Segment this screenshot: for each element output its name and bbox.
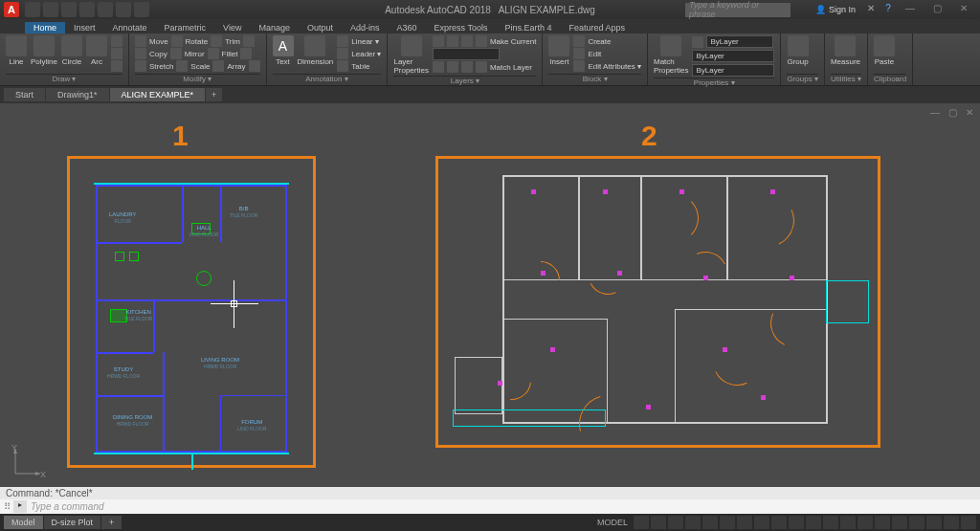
status-quickprops-icon[interactable]: [875, 516, 890, 529]
panel-label-layers[interactable]: Layers ▾: [393, 76, 536, 85]
tab-view[interactable]: View: [214, 22, 250, 33]
match-layer-button[interactable]: [476, 61, 487, 73]
group-button[interactable]: Group: [787, 35, 808, 66]
qat-new-icon[interactable]: [25, 2, 40, 17]
stretch-icon[interactable]: [135, 60, 146, 72]
panel-label-draw[interactable]: Draw ▾: [6, 74, 122, 85]
draw-misc1-icon[interactable]: [111, 35, 122, 47]
panel-label-clipboard[interactable]: Clipboard: [874, 74, 906, 85]
edit-attributes-button[interactable]: Edit Attributes ▾: [573, 60, 641, 72]
tab-output[interactable]: Output: [299, 22, 342, 33]
close-button[interactable]: ✕: [951, 3, 976, 16]
lineweight-combo[interactable]: ByLayer: [692, 50, 774, 62]
status-lwt-icon[interactable]: [754, 516, 769, 529]
layout-tab-new[interactable]: +: [101, 516, 122, 529]
linetype-combo[interactable]: ByLayer: [692, 64, 774, 77]
tab-home[interactable]: Home: [25, 22, 65, 33]
qat-undo-icon[interactable]: [116, 2, 131, 17]
table-button[interactable]: Table: [337, 60, 381, 72]
match-properties-button[interactable]: Match Properties: [654, 35, 688, 75]
app-logo[interactable]: A: [4, 2, 19, 17]
status-snap-icon[interactable]: [651, 516, 666, 529]
panel-label-groups[interactable]: Groups ▾: [787, 74, 817, 85]
fillet-icon[interactable]: [208, 48, 219, 59]
layout-tab-model[interactable]: Model: [4, 516, 43, 529]
doc-tab-drawing1[interactable]: Drawing1*: [46, 88, 109, 101]
status-cycling-icon[interactable]: [789, 516, 804, 529]
move-icon[interactable]: [135, 35, 146, 47]
make-current-button[interactable]: [476, 35, 487, 47]
view-maximize-icon[interactable]: ▢: [946, 107, 959, 121]
panel-label-modify[interactable]: Modify ▾: [135, 74, 259, 85]
arc-button[interactable]: Arc: [86, 35, 107, 66]
circle-button[interactable]: Circle: [61, 35, 82, 66]
tab-pinsearth[interactable]: Pins.Earth 4: [496, 22, 560, 33]
mirror-icon[interactable]: [170, 48, 182, 59]
panel-label-annotation[interactable]: Annotation ▾: [273, 74, 382, 85]
tab-manage[interactable]: Manage: [250, 22, 299, 33]
copy-icon[interactable]: [135, 48, 146, 59]
tab-insert[interactable]: Insert: [65, 22, 104, 33]
trim-icon[interactable]: [211, 35, 222, 47]
layer-properties-button[interactable]: Layer Properties: [393, 35, 428, 75]
status-isolate-icon[interactable]: [909, 516, 924, 529]
paste-button[interactable]: Paste: [874, 35, 895, 66]
status-lock-icon[interactable]: [892, 516, 907, 529]
command-recent-icon[interactable]: ▸: [13, 500, 27, 513]
qat-plot-icon[interactable]: [98, 2, 113, 17]
infocenter-icon[interactable]: [792, 3, 808, 16]
status-annomonitor-icon[interactable]: [840, 516, 856, 529]
create-block-button[interactable]: Create: [573, 35, 641, 47]
view-minimize-icon[interactable]: ―: [928, 107, 942, 121]
tab-a360[interactable]: A360: [389, 22, 426, 33]
status-polar-icon[interactable]: [685, 516, 701, 529]
signin-button[interactable]: 👤 Sign In: [815, 5, 856, 14]
tab-featuredapps[interactable]: Featured Apps: [560, 22, 634, 33]
help-icon[interactable]: ?: [880, 3, 896, 16]
panel-label-properties[interactable]: Properties ▾: [654, 77, 774, 87]
rotate-icon[interactable]: [171, 35, 183, 47]
status-otrack-icon[interactable]: [737, 516, 752, 529]
maximize-button[interactable]: ▢: [924, 3, 949, 16]
array-icon[interactable]: [212, 60, 224, 72]
status-hardware-icon[interactable]: [926, 516, 942, 529]
layout-tab-dsize[interactable]: D-size Plot: [44, 516, 101, 529]
tab-parametric[interactable]: Parametric: [156, 22, 215, 33]
drawing-canvas[interactable]: ― ▢ ✕ 1 LAUNDRYFLOOR B/BTILE FLOOR HALLL…: [0, 103, 980, 487]
command-grip-icon[interactable]: ⠿: [4, 501, 13, 512]
layer-combo[interactable]: [433, 48, 500, 60]
status-osnap-icon[interactable]: [702, 516, 718, 529]
status-3dosnap-icon[interactable]: [720, 516, 735, 529]
tab-annotate[interactable]: Annotate: [104, 22, 156, 33]
text-button[interactable]: AText: [273, 35, 294, 66]
tab-addins[interactable]: Add-ins: [342, 22, 389, 33]
status-ortho-icon[interactable]: [668, 516, 683, 529]
status-grid-icon[interactable]: [634, 516, 649, 529]
panel-label-utilities[interactable]: Utilities ▾: [831, 74, 861, 85]
minimize-button[interactable]: ―: [898, 3, 923, 16]
measure-button[interactable]: Measure: [831, 35, 860, 66]
doc-tab-new[interactable]: +: [206, 88, 222, 101]
draw-misc2-icon[interactable]: [111, 48, 122, 59]
doc-tab-start[interactable]: Start: [4, 88, 45, 101]
linear-button[interactable]: Linear ▾: [337, 35, 381, 47]
line-button[interactable]: Line: [6, 35, 27, 66]
status-annoscale-icon[interactable]: [806, 516, 821, 529]
qat-save-icon[interactable]: [61, 2, 77, 17]
insert-button[interactable]: Insert: [548, 35, 569, 66]
exchange-icon[interactable]: ✕: [863, 3, 879, 16]
status-cleanscreen-icon[interactable]: [944, 516, 959, 529]
status-workspace-icon[interactable]: [823, 516, 838, 529]
status-customize-icon[interactable]: [961, 516, 976, 529]
scale-icon[interactable]: [176, 60, 188, 72]
panel-label-block[interactable]: Block ▾: [548, 74, 641, 85]
edit-block-button[interactable]: Edit: [573, 48, 641, 59]
status-units-icon[interactable]: [858, 516, 873, 529]
qat-saveas-icon[interactable]: [79, 2, 95, 17]
qat-open-icon[interactable]: [43, 2, 58, 17]
color-combo[interactable]: ByLayer: [706, 35, 773, 48]
tab-expresstools[interactable]: Express Tools: [426, 22, 497, 33]
dimension-button[interactable]: Dimension: [298, 35, 334, 66]
qat-redo-icon[interactable]: [134, 2, 149, 17]
doc-tab-alignexample[interactable]: ALIGN EXAMPLE*: [110, 88, 206, 101]
